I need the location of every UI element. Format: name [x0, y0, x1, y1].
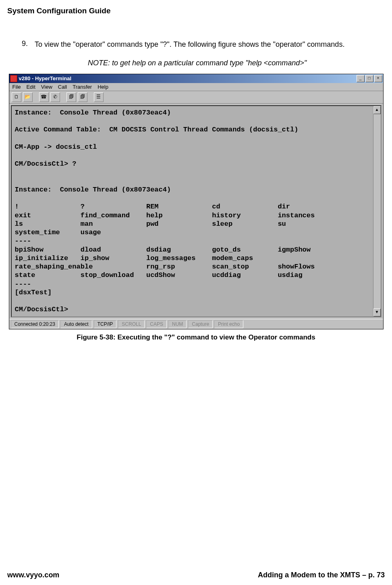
toolbar-properties-icon[interactable]: ☰ [94, 92, 104, 102]
terminal-frame: Instance: Console Thread (0x8073eac4) Ac… [11, 105, 382, 317]
toolbar-open-icon[interactable]: 📂 [23, 92, 33, 102]
toolbar-disconnect-icon[interactable]: ✆ [50, 92, 60, 102]
doc-title: System Configuration Guide [7, 6, 385, 15]
status-caps: CAPS [146, 320, 167, 328]
statusbar: Connected 0:20:23 Auto detect TCP/IP SCR… [9, 319, 383, 329]
minimize-button[interactable]: _ [357, 75, 365, 82]
step-text: To view the "operator" commands type "?"… [35, 40, 344, 49]
toolbar-send-icon[interactable]: 🗐 [66, 92, 76, 102]
status-detect: Auto detect [60, 320, 92, 328]
app-icon [10, 75, 17, 82]
close-button[interactable]: × [374, 75, 382, 82]
menu-transfer[interactable]: Transfer [73, 84, 92, 90]
note-text: NOTE: to get help on a particular comman… [88, 58, 313, 68]
footer-url: www.vyyo.com [7, 571, 59, 579]
scroll-down-icon[interactable]: ▼ [373, 308, 381, 316]
menu-help[interactable]: Help [97, 84, 108, 90]
hyperterminal-window: v280 - HyperTerminal _ □ × File Edit Vie… [9, 74, 384, 329]
footer-pageinfo: Adding a Modem to the XMTS – p. 73 [258, 571, 385, 579]
step-item: 9. To view the "operator" commands type … [22, 40, 385, 49]
status-capture: Capture [188, 320, 213, 328]
menu-file[interactable]: File [12, 84, 21, 90]
toolbar-receive-icon[interactable]: 🗐 [78, 92, 87, 102]
status-scroll: SCROLL [118, 320, 145, 328]
toolbar: 🗋 📂 ☎ ✆ 🗐 🗐 ☰ [9, 91, 383, 104]
figure-caption: Figure 5-38: Executing the "?" command t… [7, 333, 385, 341]
step-number: 9. [22, 40, 35, 49]
toolbar-new-icon[interactable]: 🗋 [12, 92, 21, 102]
terminal-output[interactable]: Instance: Console Thread (0x8073eac4) Ac… [12, 106, 373, 316]
menu-call[interactable]: Call [58, 84, 67, 90]
maximize-button[interactable]: □ [365, 75, 373, 82]
status-protocol: TCP/IP [94, 320, 117, 328]
status-connected: Connected 0:20:23 [11, 320, 59, 328]
menu-edit[interactable]: Edit [26, 84, 35, 90]
toolbar-connect-icon[interactable]: ☎ [39, 92, 49, 102]
window-title: v280 - HyperTerminal [19, 75, 72, 81]
page-footer: www.vyyo.com Adding a Modem to the XMTS … [7, 571, 385, 579]
scroll-up-icon[interactable]: ▲ [373, 106, 381, 114]
menubar: File Edit View Call Transfer Help [9, 83, 383, 91]
status-printecho: Print echo [214, 320, 243, 328]
menu-view[interactable]: View [41, 84, 52, 90]
titlebar: v280 - HyperTerminal _ □ × [9, 74, 383, 83]
vertical-scrollbar[interactable]: ▲ ▼ [373, 106, 381, 316]
status-num: NUM [168, 320, 187, 328]
